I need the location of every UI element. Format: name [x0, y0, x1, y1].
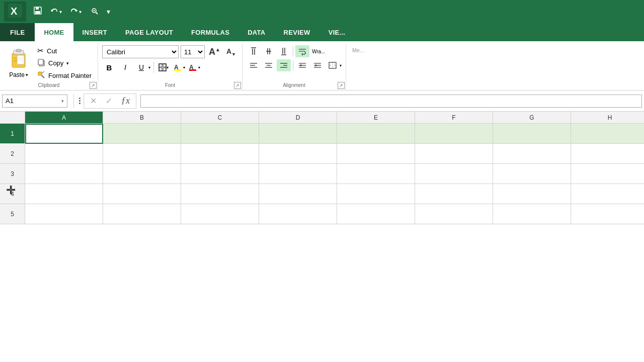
row-header-5[interactable]: 5 — [0, 204, 25, 224]
cell-c4[interactable] — [181, 184, 259, 204]
align-bottom-button[interactable] — [277, 45, 291, 57]
cell-d1[interactable] — [259, 124, 337, 144]
cell-a3[interactable] — [25, 164, 103, 184]
cell-b4[interactable] — [103, 184, 181, 204]
cell-a2[interactable] — [25, 144, 103, 164]
cell-a1[interactable] — [25, 124, 103, 144]
align-middle-button[interactable] — [262, 45, 276, 57]
grow-font-button[interactable]: A▲ — [207, 46, 222, 58]
cell-h3[interactable] — [571, 164, 644, 184]
save-button[interactable] — [30, 4, 45, 20]
cell-g1[interactable] — [493, 124, 571, 144]
clipboard-expand-button[interactable]: ↗ — [90, 82, 97, 89]
confirm-formula-button[interactable]: ✓ — [105, 95, 113, 107]
shrink-font-button[interactable]: A▼ — [224, 46, 238, 58]
borders-dropdown-arrow[interactable]: ▾ — [167, 65, 169, 70]
font-expand-button[interactable]: ↗ — [234, 82, 241, 89]
bold-button[interactable]: B — [102, 61, 116, 74]
cell-d4[interactable] — [259, 184, 337, 204]
font-name-select[interactable]: Calibri Arial Times New Roman — [103, 46, 178, 58]
tab-file[interactable]: FILE — [0, 23, 35, 41]
col-header-h[interactable]: H — [571, 112, 644, 124]
align-top-button[interactable] — [247, 45, 261, 57]
tab-page-layout[interactable]: PAGE LAYOUT — [116, 23, 182, 41]
print-preview-button[interactable] — [87, 4, 102, 20]
italic-button[interactable]: I — [118, 61, 132, 74]
customize-qat-button[interactable]: ▾ — [104, 6, 113, 18]
tab-view[interactable]: VIE... — [319, 23, 355, 41]
cell-h4[interactable] — [571, 184, 644, 204]
tab-formulas[interactable]: FORMULAS — [182, 23, 238, 41]
col-header-f[interactable]: F — [415, 112, 493, 124]
alignment-expand-button[interactable]: ↗ — [338, 82, 345, 89]
insert-function-button[interactable]: ƒx — [120, 95, 131, 107]
cell-b3[interactable] — [103, 164, 181, 184]
increase-indent-button[interactable] — [310, 59, 325, 71]
cell-e3[interactable] — [337, 164, 415, 184]
font-color-dropdown-arrow[interactable]: ▾ — [198, 65, 200, 70]
underline-dropdown-arrow[interactable]: ▾ — [148, 65, 150, 70]
name-box-dropdown-arrow[interactable]: ▾ — [61, 99, 64, 104]
col-header-e[interactable]: E — [337, 112, 415, 124]
highlight-color-button[interactable]: A — [172, 63, 183, 72]
cell-e5[interactable] — [337, 204, 415, 224]
highlight-dropdown-arrow[interactable]: ▾ — [183, 65, 185, 70]
cell-e4[interactable] — [337, 184, 415, 204]
tab-review[interactable]: REVIEW — [275, 23, 319, 41]
row-header-2[interactable]: 2 — [0, 144, 25, 164]
align-left-button[interactable] — [247, 59, 261, 71]
cell-a4[interactable] — [25, 184, 103, 204]
cell-b2[interactable] — [103, 144, 181, 164]
col-header-a[interactable]: A — [25, 112, 103, 124]
copy-button[interactable]: Copy ▾ — [35, 57, 94, 69]
paste-dropdown-arrow[interactable]: ▾ — [26, 72, 28, 77]
formula-input[interactable] — [140, 95, 642, 108]
wrap-text-button[interactable] — [295, 45, 309, 57]
align-center-button[interactable] — [262, 59, 276, 71]
cancel-formula-button[interactable]: ✕ — [89, 95, 98, 107]
font-size-select[interactable]: 891011 12141618 — [181, 46, 204, 58]
cell-c1[interactable] — [181, 124, 259, 144]
col-header-c[interactable]: C — [181, 112, 259, 124]
cell-c5[interactable] — [181, 204, 259, 224]
select-all-button[interactable] — [0, 112, 25, 124]
cell-f2[interactable] — [415, 144, 493, 164]
format-painter-button[interactable]: Format Painter — [35, 70, 94, 81]
cell-h1[interactable] — [571, 124, 644, 144]
cell-g2[interactable] — [493, 144, 571, 164]
cell-f4[interactable] — [415, 184, 493, 204]
row-header-3[interactable]: 3 — [0, 164, 25, 184]
name-box[interactable]: A1 ▾ — [2, 95, 67, 108]
cell-b1[interactable] — [103, 124, 181, 144]
cut-button[interactable]: ✂ Cut — [35, 45, 94, 56]
row-header-1[interactable]: 1 — [0, 124, 25, 144]
underline-button[interactable]: U — [134, 61, 148, 74]
decrease-indent-button[interactable] — [295, 59, 309, 71]
col-header-b[interactable]: B — [103, 112, 181, 124]
cell-d5[interactable] — [259, 204, 337, 224]
cell-g4[interactable] — [493, 184, 571, 204]
cell-f5[interactable] — [415, 204, 493, 224]
cell-d2[interactable] — [259, 144, 337, 164]
cell-g5[interactable] — [493, 204, 571, 224]
borders-button[interactable]: ▾ — [157, 62, 170, 72]
col-header-d[interactable]: D — [259, 112, 337, 124]
undo-button[interactable]: ▾ — [47, 6, 65, 18]
wrap-text-label[interactable]: Wra... — [310, 48, 327, 55]
cell-e1[interactable] — [337, 124, 415, 144]
redo-button[interactable]: ▾ — [67, 6, 85, 18]
cell-b5[interactable] — [103, 204, 181, 224]
formula-expand-dots[interactable] — [76, 98, 84, 104]
paste-button[interactable]: Paste ▾ — [4, 45, 33, 81]
align-right-button[interactable] — [277, 59, 291, 71]
cell-c2[interactable] — [181, 144, 259, 164]
cell-f1[interactable] — [415, 124, 493, 144]
col-header-g[interactable]: G — [493, 112, 571, 124]
copy-dropdown-arrow[interactable]: ▾ — [66, 61, 69, 66]
tab-data[interactable]: DATA — [238, 23, 274, 41]
tab-insert[interactable]: INSERT — [73, 23, 116, 41]
cell-a5[interactable] — [25, 204, 103, 224]
cell-h2[interactable] — [571, 144, 644, 164]
cell-e2[interactable] — [337, 144, 415, 164]
tab-home[interactable]: HOME — [35, 23, 73, 41]
